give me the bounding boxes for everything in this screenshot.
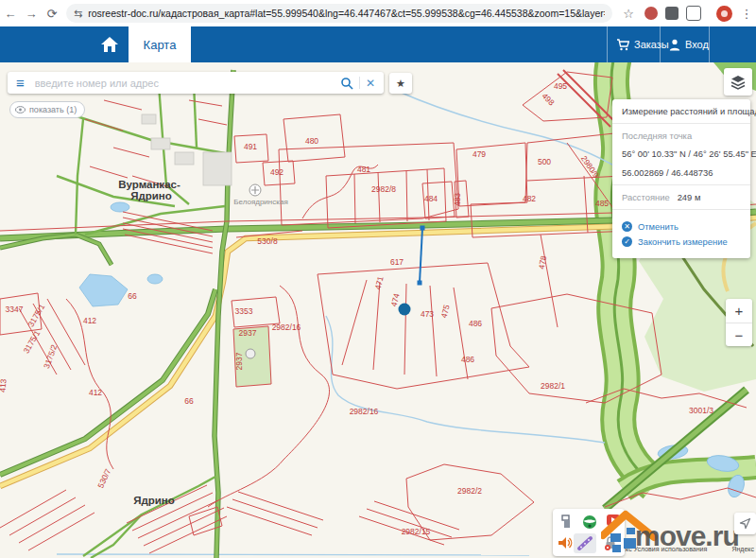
parcel-label: 66 — [128, 291, 137, 301]
address-bar[interactable]: ⇆ rosreestr-doc.ru/кадастровая_карта#lat… — [66, 4, 612, 23]
coords-dms: 56° 00' 10.33" N / 46° 26' 55.45" E — [622, 148, 741, 159]
person-icon — [669, 39, 680, 51]
parcel-label: 482 — [523, 194, 536, 203]
parcel-label: 3347 — [6, 305, 24, 314]
parcel-label: 481 — [357, 165, 370, 174]
geolocate-button[interactable] — [734, 513, 756, 534]
forward-icon[interactable]: → — [21, 7, 42, 21]
browser-toolbar: ← → ⟳ ⇆ rosreestr-doc.ru/кадастровая_кар… — [0, 0, 756, 27]
zoom-out-button[interactable]: − — [726, 323, 752, 347]
measure-point[interactable] — [399, 304, 411, 316]
coords-decimal: 56.002869 / 46.448736 — [622, 167, 741, 178]
parcel-label: 486 — [469, 319, 482, 328]
distance-label: Расстояние — [622, 192, 670, 202]
home-button[interactable] — [91, 26, 129, 62]
extension-icon[interactable] — [644, 7, 658, 20]
favorites-button[interactable]: ★ — [389, 73, 412, 94]
finish-measure-link[interactable]: ✓ Закончить измерение — [622, 236, 741, 247]
back-icon[interactable]: ← — [0, 7, 21, 21]
parcel-label: 412 — [83, 316, 96, 325]
profile-avatar[interactable] — [716, 6, 732, 22]
cancel-label: Отменить — [638, 221, 679, 232]
clear-icon[interactable]: ✕ — [366, 77, 384, 90]
divider — [709, 26, 710, 62]
panorama-icon[interactable] — [582, 514, 597, 530]
parcel-label: 2982/15 — [402, 527, 431, 536]
orders-button[interactable]: Заказы — [616, 26, 669, 62]
menu-dots-icon[interactable]: ⋮ — [736, 7, 756, 21]
parcel-label: 485 — [595, 199, 609, 208]
cancel-icon: ✕ — [622, 221, 632, 232]
divider — [660, 26, 661, 62]
poi-icon — [246, 349, 255, 358]
parcel-label: 495 — [554, 81, 567, 91]
show-results-label: показать (1) — [29, 105, 77, 114]
parcel-label: 479 — [472, 149, 486, 159]
tab-karta[interactable]: Карта — [129, 26, 191, 62]
parcel-label: 617 — [390, 257, 404, 267]
parcel-label: 2937 — [234, 352, 244, 370]
map-container: 4804914924812982/84844834795004824852980… — [0, 62, 756, 558]
parcel-label: 3353 — [235, 306, 253, 316]
orders-label: Заказы — [634, 39, 669, 50]
layers-icon — [730, 75, 746, 90]
parcel-label: Белоядринская — [233, 198, 287, 206]
parcel-label: 486 — [461, 355, 474, 364]
site-navbar: Карта Заказы Вход — [0, 26, 756, 62]
parcel-label: 413 — [0, 378, 9, 392]
home-icon — [100, 36, 119, 53]
site-info-icon[interactable]: ⇆ — [74, 8, 82, 20]
parcel-label: 2982/16 — [350, 407, 379, 416]
parcel-label: 500 — [538, 157, 551, 166]
layers-button[interactable] — [724, 68, 752, 96]
search-icon[interactable] — [340, 77, 353, 90]
parcel-label: Вурманкас- — [118, 179, 180, 190]
parcel-label: 492 — [270, 167, 284, 177]
last-point-label: Последняя точка — [622, 131, 741, 141]
search-input[interactable] — [33, 77, 340, 90]
check-icon: ✓ — [622, 236, 632, 247]
parcel-label: 2937 — [239, 328, 257, 338]
panel-title: Измерение расстояний и площади — [612, 99, 750, 123]
extension-icon[interactable] — [665, 7, 679, 20]
parcel-label: Ядрино — [130, 190, 172, 201]
cancel-measure-link[interactable]: ✕ Отменить — [622, 221, 741, 232]
login-button[interactable]: Вход — [669, 26, 709, 62]
distance-value: 249 м — [678, 192, 701, 202]
measurement-panel: Измерение расстояний и площади Последняя… — [612, 99, 750, 258]
parcel-label: Ядрино — [133, 495, 175, 506]
parcel-label: 66 — [184, 396, 194, 406]
eye-icon — [15, 106, 26, 113]
cart-icon — [616, 39, 629, 51]
parcel-label: 491 — [244, 142, 257, 151]
sound-icon[interactable] — [558, 535, 573, 550]
zoom-in-button[interactable]: + — [726, 299, 752, 323]
url-text[interactable]: rosreestr-doc.ru/кадастровая_карта#lat=5… — [88, 8, 605, 19]
reload-icon[interactable]: ⟳ — [42, 7, 62, 21]
divider — [359, 77, 360, 89]
parcel-label: 480 — [305, 136, 318, 146]
ruler-icon — [574, 533, 596, 553]
finish-label: Закончить измерение — [638, 236, 728, 247]
zoom-control: + − — [726, 299, 752, 346]
parcel-label: 530/8 — [257, 236, 278, 246]
show-results-button[interactable]: показать (1) — [9, 101, 85, 118]
parcel-label: 483 — [453, 193, 462, 206]
parcel-label: 412 — [89, 388, 102, 397]
print-icon[interactable] — [559, 514, 575, 530]
parcel-label: 2982/2 — [457, 486, 482, 496]
extension-icon[interactable] — [686, 6, 701, 21]
bookmark-star-icon[interactable]: ☆ — [618, 7, 639, 21]
search-bar: ≡ ✕ — [8, 72, 384, 94]
login-label: Вход — [685, 39, 709, 50]
ruler-tool-active[interactable] — [574, 533, 596, 553]
menu-icon[interactable]: ≡ — [8, 75, 33, 91]
moveru-wordmark: move.ru — [635, 520, 739, 552]
parcel-label: 473 — [421, 309, 434, 319]
parcel-label: 2982/16 — [272, 323, 301, 332]
divider — [607, 26, 608, 62]
parcel-label: 484 — [424, 194, 438, 203]
parcel-label: 2982/8 — [371, 184, 396, 194]
parcel-label: 3001/3 — [689, 406, 713, 415]
parcel-label: 2982/1 — [541, 381, 565, 391]
